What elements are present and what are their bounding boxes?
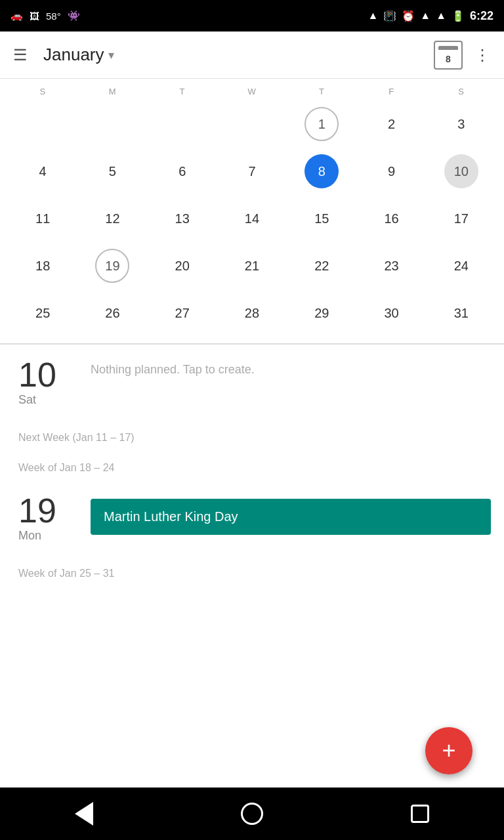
day-number: 28 [235, 296, 269, 330]
calendar-day-cell [156, 102, 209, 146]
calendar-week-2: 45678910 [8, 149, 496, 194]
week-separator-1: Next Week (Jan 11 – 17) [0, 420, 504, 450]
alarm-icon: ⏰ [402, 10, 415, 22]
day-10-number: 10 [18, 358, 77, 392]
calendar-day-cell[interactable]: 10 [435, 149, 488, 194]
calendar-day-cell[interactable]: 30 [366, 291, 418, 335]
calendar-day-cell[interactable]: 25 [16, 291, 69, 335]
calendar-day-cell[interactable]: 9 [366, 149, 418, 194]
week-separator-3: Week of Jan 25 – 31 [0, 556, 504, 586]
day-number: 2 [375, 107, 409, 141]
calendar-day-cell[interactable]: 8 [295, 149, 348, 194]
day-number: 10 [444, 154, 478, 188]
mlk-day-event[interactable]: Martin Luther King Day [91, 499, 491, 535]
menu-icon[interactable]: ☰ [13, 46, 28, 64]
wifi-icon: ▲ [420, 10, 430, 22]
status-bar-left: 🚗 🖼 58° 👾 [10, 10, 80, 22]
bottom-navigation [0, 788, 504, 840]
calendar-day-cell[interactable]: 19 [86, 243, 138, 288]
day-number: 16 [375, 201, 409, 236]
calendar-week-1: 123 [8, 102, 496, 146]
calendar-day-cell [86, 102, 138, 146]
app-bar-actions: 8 ⋮ [434, 41, 491, 70]
calendar-day-cell[interactable]: 22 [295, 243, 348, 288]
dropdown-arrow-icon[interactable]: ▾ [108, 48, 114, 62]
calendar-day-cell[interactable]: 1 [295, 102, 348, 146]
calendar-day-cell[interactable]: 15 [295, 196, 348, 241]
calendar-day-cell[interactable]: 7 [226, 149, 278, 194]
calendar-day-cell[interactable]: 17 [435, 196, 488, 241]
recents-button[interactable] [400, 794, 440, 833]
calendar-day-cell[interactable]: 27 [156, 291, 209, 335]
status-bar-right: ▲ 📳 ⏰ ▲ ▲ 🔋 6:22 [368, 9, 494, 23]
day-number: 27 [165, 296, 200, 330]
calendar-day-cell[interactable]: 28 [226, 291, 278, 335]
day-header-wed: W [217, 87, 287, 96]
day-number [95, 107, 129, 141]
calendar-day-cell[interactable]: 2 [366, 102, 418, 146]
calendar-day-cell[interactable]: 29 [295, 291, 348, 335]
day-number: 31 [444, 296, 478, 330]
calendar-day-cell[interactable]: 23 [366, 243, 418, 288]
day-number: 8 [304, 154, 339, 188]
calendar-day-cell[interactable]: 11 [16, 196, 69, 241]
day-number: 7 [235, 154, 269, 188]
back-icon [75, 802, 93, 826]
battery-icon: 🔋 [452, 10, 465, 22]
calendar-day-cell[interactable]: 4 [16, 149, 69, 194]
calendar-day-cell[interactable]: 14 [226, 196, 278, 241]
day-number: 17 [444, 201, 478, 236]
day-number: 9 [375, 154, 409, 188]
calendar-day-cell[interactable]: 24 [435, 243, 488, 288]
calendar-day-cell[interactable]: 6 [156, 149, 209, 194]
calendar-today-button[interactable]: 8 [434, 41, 463, 70]
calendar-day-cell[interactable]: 12 [86, 196, 138, 241]
event-day-10[interactable]: 10 Sat Nothing planned. Tap to create. [0, 345, 504, 420]
day-number [26, 107, 60, 141]
day-10-events: Nothing planned. Tap to create. [77, 358, 491, 377]
calendar-day-cell[interactable]: 21 [226, 243, 278, 288]
calendar-day-cell[interactable]: 20 [156, 243, 209, 288]
calendar-day-cell[interactable]: 26 [86, 291, 138, 335]
calendar-day-cell[interactable]: 3 [435, 102, 488, 146]
calendar-day-cell[interactable]: 31 [435, 291, 488, 335]
week-separator-2-text: Week of Jan 18 – 24 [18, 462, 114, 473]
calendar-day-cell [226, 102, 278, 146]
add-event-fab[interactable]: + [425, 727, 472, 774]
calendar-day-cell[interactable]: 5 [86, 149, 138, 194]
calendar-day-cell[interactable]: 13 [156, 196, 209, 241]
day-number: 1 [304, 107, 339, 141]
day-header-thu: T [287, 87, 356, 96]
signal-icon: ▲ [436, 10, 446, 22]
event-day-19[interactable]: 19 Mon Martin Luther King Day [0, 480, 504, 556]
alien-icon: 👾 [68, 10, 80, 22]
day-number: 4 [26, 154, 60, 188]
more-options-icon[interactable]: ⋮ [474, 46, 491, 64]
week-separator-3-text: Week of Jan 25 – 31 [18, 568, 114, 579]
calendar-week-5: 25262728293031 [8, 291, 496, 335]
events-section: 10 Sat Nothing planned. Tap to create. N… [0, 345, 504, 639]
day-number: 14 [235, 201, 269, 236]
calendar-week-3: 11121314151617 [8, 196, 496, 241]
day-number: 29 [304, 296, 339, 330]
calendar-day-cell[interactable]: 16 [366, 196, 418, 241]
day-number: 13 [165, 201, 200, 236]
status-bar: 🚗 🖼 58° 👾 ▲ 📳 ⏰ ▲ ▲ 🔋 6:22 [0, 0, 504, 32]
day-19-info: 19 Mon [18, 494, 77, 543]
back-button[interactable] [64, 794, 104, 833]
add-icon: + [442, 737, 455, 765]
calendar-week-4: 18192021222324 [8, 243, 496, 288]
day-number: 22 [304, 249, 339, 283]
temperature-display: 58° [46, 10, 61, 22]
calendar-day-cell [16, 102, 69, 146]
day-header-sat: S [427, 87, 496, 96]
calendar-day-cell[interactable]: 18 [16, 243, 69, 288]
day-10-info: 10 Sat [18, 358, 77, 407]
day-number: 30 [375, 296, 409, 330]
no-events-text: Nothing planned. Tap to create. [91, 363, 255, 376]
day-number: 3 [444, 107, 478, 141]
car-icon: 🚗 [10, 10, 23, 22]
home-icon [241, 803, 263, 825]
recents-icon [411, 805, 429, 823]
home-button[interactable] [232, 794, 272, 833]
